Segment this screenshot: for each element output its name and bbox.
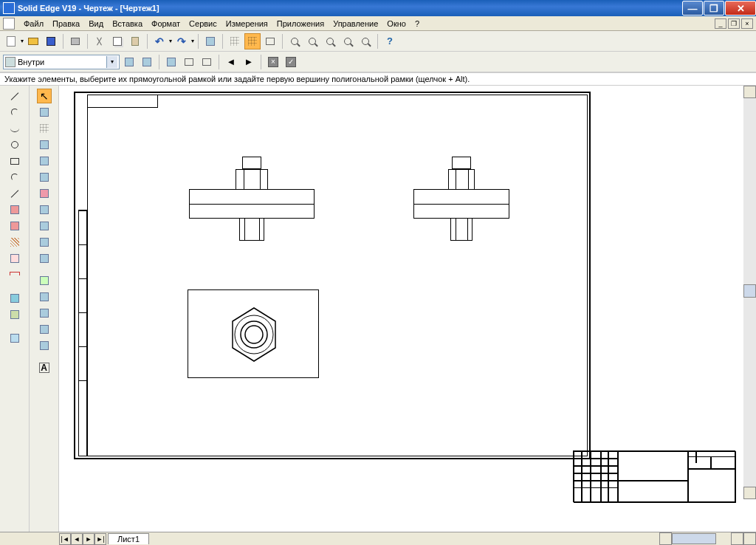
- window-close-button[interactable]: ✕: [725, 1, 756, 16]
- redo-dropdown[interactable]: ▾: [191, 38, 194, 44]
- sheet-nav-first[interactable]: |◄: [59, 533, 71, 545]
- window-minimize-button[interactable]: —: [682, 1, 703, 16]
- menu-apps[interactable]: Приложения: [272, 18, 329, 30]
- menu-measure[interactable]: Измерения: [221, 18, 272, 30]
- layers-tool[interactable]: [7, 331, 22, 346]
- undo-dropdown[interactable]: ▾: [169, 38, 172, 44]
- line-tool[interactable]: [7, 89, 22, 103]
- symmetric-tool[interactable]: [7, 219, 22, 233]
- stretch-tool[interactable]: [37, 251, 52, 266]
- control-menu-icon[interactable]: [3, 18, 15, 30]
- menu-format[interactable]: Формат: [147, 18, 185, 30]
- layer-button-1[interactable]: [121, 54, 137, 70]
- select-overlap-icon: [202, 58, 211, 66]
- menu-help[interactable]: ?: [410, 18, 424, 30]
- select-overlap-button[interactable]: [199, 54, 215, 70]
- menu-tools[interactable]: Сервис: [185, 18, 221, 30]
- horizontal-tool[interactable]: [37, 289, 52, 304]
- offset-tool[interactable]: [7, 202, 22, 217]
- menu-manage[interactable]: Управление: [329, 18, 382, 30]
- zoom-area-button[interactable]: [286, 33, 303, 49]
- dimension-tool[interactable]: [7, 267, 22, 282]
- hscroll-left-button[interactable]: [659, 532, 672, 545]
- align-button[interactable]: [262, 33, 278, 49]
- highlight-button[interactable]: [163, 54, 179, 70]
- arc-tool[interactable]: [7, 105, 22, 120]
- sketch-button[interactable]: [202, 33, 219, 49]
- zoom-prev-button[interactable]: [357, 33, 374, 49]
- symmetric-icon: [10, 222, 19, 230]
- point-tool[interactable]: [7, 251, 22, 266]
- help-button[interactable]: ?: [382, 33, 398, 49]
- rotate-tool[interactable]: [37, 235, 52, 250]
- connect-tool[interactable]: [37, 273, 52, 288]
- paste-button[interactable]: [127, 33, 143, 49]
- cut-button[interactable]: [92, 33, 108, 49]
- scroll-up-button[interactable]: [743, 86, 756, 98]
- mirror-edit-tool[interactable]: [37, 202, 52, 217]
- open-button[interactable]: [25, 33, 41, 49]
- extend-tool[interactable]: [37, 154, 52, 168]
- vertical-scrollbar[interactable]: [743, 86, 756, 499]
- fillet-tool[interactable]: [7, 170, 22, 185]
- trim-tool[interactable]: [37, 137, 52, 152]
- curve-tool[interactable]: [7, 121, 22, 136]
- rectangle-tool[interactable]: [7, 154, 22, 168]
- print-button[interactable]: [67, 33, 83, 49]
- cancel-button[interactable]: ×: [265, 54, 281, 70]
- selection-filter-combo[interactable]: Внутри ▾: [3, 55, 120, 69]
- scale-tool[interactable]: [37, 219, 52, 233]
- scroll-down-button[interactable]: [743, 487, 756, 499]
- next-button[interactable]: ►: [241, 54, 257, 70]
- menu-window[interactable]: Окно: [382, 18, 410, 30]
- copy-button[interactable]: [109, 33, 126, 49]
- hatch-tool[interactable]: [7, 235, 22, 250]
- circle-tool[interactable]: [7, 137, 22, 152]
- zoom-button[interactable]: [304, 33, 320, 49]
- arrow-left-icon: ◄: [227, 56, 236, 67]
- prev-button[interactable]: ◄: [223, 54, 239, 70]
- mdi-minimize-button[interactable]: _: [715, 18, 726, 29]
- drawing-view-tool[interactable]: [7, 291, 22, 306]
- text-tool[interactable]: A: [37, 360, 52, 375]
- redo-button[interactable]: ↷: [173, 33, 190, 49]
- mdi-restore-button[interactable]: ❐: [728, 18, 740, 29]
- split-tool[interactable]: [37, 170, 52, 185]
- drawing-canvas[interactable]: [59, 86, 756, 532]
- tangent-tool[interactable]: [37, 306, 52, 321]
- zoom-fit-button[interactable]: [322, 33, 338, 49]
- hscroll-right-button[interactable]: [731, 532, 743, 545]
- scroll-thumb-h[interactable]: [672, 533, 716, 544]
- sheet-nav-last[interactable]: ►|: [94, 533, 106, 545]
- smartselect-tool[interactable]: [37, 105, 52, 120]
- pan-button[interactable]: [340, 33, 356, 49]
- accept-button[interactable]: ✓: [283, 54, 299, 70]
- select-tool[interactable]: ↖: [37, 89, 52, 103]
- text-icon: A: [39, 363, 49, 373]
- menu-file[interactable]: Файл: [19, 18, 48, 30]
- fillet-icon: [11, 174, 18, 181]
- grid-button[interactable]: [227, 33, 243, 49]
- relation-tool[interactable]: [37, 186, 52, 201]
- menu-insert[interactable]: Вставка: [108, 18, 147, 30]
- new-button[interactable]: [3, 33, 19, 49]
- select-inside-button[interactable]: [181, 54, 197, 70]
- sheet-nav-next[interactable]: ►: [83, 533, 94, 545]
- save-button[interactable]: [43, 33, 59, 49]
- sheet-tab[interactable]: Лист1: [108, 533, 149, 544]
- menu-edit[interactable]: Правка: [48, 18, 84, 30]
- window-maximize-button[interactable]: ❐: [704, 1, 724, 16]
- layer-button-2[interactable]: [139, 54, 155, 70]
- mdi-close-button[interactable]: ×: [741, 18, 753, 29]
- snap-button[interactable]: [244, 33, 261, 49]
- menu-view[interactable]: Вид: [84, 18, 108, 30]
- perpendicular-tool[interactable]: [37, 322, 52, 337]
- chamfer-tool[interactable]: [7, 186, 22, 201]
- move-tool[interactable]: [7, 307, 22, 322]
- grid-edit-tool[interactable]: [37, 121, 52, 136]
- scroll-thumb-v[interactable]: [743, 284, 756, 298]
- undo-button[interactable]: ↶: [151, 33, 168, 49]
- equal-tool[interactable]: [37, 338, 52, 353]
- sheet-nav-prev[interactable]: ◄: [71, 533, 83, 545]
- dropdown-icon[interactable]: ▾: [21, 38, 24, 44]
